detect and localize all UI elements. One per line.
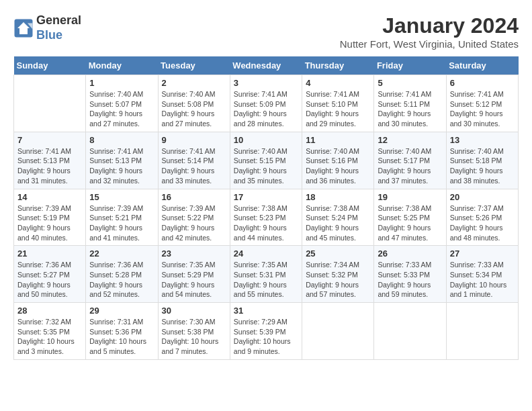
day-info: Sunrise: 7:39 AMSunset: 5:21 PMDaylight:… [89, 203, 154, 243]
day-number: 24 [234, 248, 298, 259]
calendar-cell: 22Sunrise: 7:36 AMSunset: 5:28 PMDayligh… [86, 246, 158, 303]
day-number: 7 [17, 135, 82, 145]
header-tuesday: Tuesday [158, 56, 230, 75]
day-number: 30 [162, 306, 226, 316]
day-number: 21 [17, 248, 82, 259]
day-number: 3 [234, 78, 298, 88]
day-info: Sunrise: 7:41 AMSunset: 5:13 PMDaylight:… [17, 146, 82, 186]
day-info: Sunrise: 7:39 AMSunset: 5:19 PMDaylight:… [17, 203, 82, 243]
calendar-cell: 10Sunrise: 7:40 AMSunset: 5:15 PMDayligh… [230, 132, 302, 189]
day-info: Sunrise: 7:40 AMSunset: 5:17 PMDaylight:… [378, 146, 442, 186]
day-info: Sunrise: 7:39 AMSunset: 5:22 PMDaylight:… [162, 203, 226, 243]
day-info: Sunrise: 7:30 AMSunset: 5:38 PMDaylight:… [162, 317, 226, 357]
calendar-cell: 28Sunrise: 7:32 AMSunset: 5:35 PMDayligh… [14, 303, 86, 360]
day-info: Sunrise: 7:29 AMSunset: 5:39 PMDaylight:… [234, 317, 298, 357]
calendar-cell: 24Sunrise: 7:35 AMSunset: 5:31 PMDayligh… [230, 246, 302, 303]
calendar-cell [374, 303, 446, 360]
day-info: Sunrise: 7:34 AMSunset: 5:32 PMDaylight:… [306, 260, 370, 300]
day-info: Sunrise: 7:40 AMSunset: 5:15 PMDaylight:… [234, 146, 298, 186]
day-number: 20 [450, 192, 515, 202]
day-number: 16 [162, 192, 226, 202]
calendar-cell: 25Sunrise: 7:34 AMSunset: 5:32 PMDayligh… [302, 246, 374, 303]
title-section: January 2024 Nutter Fort, West Virginia,… [340, 13, 519, 50]
day-number: 8 [89, 135, 154, 145]
calendar-cell: 31Sunrise: 7:29 AMSunset: 5:39 PMDayligh… [230, 303, 302, 360]
day-info: Sunrise: 7:38 AMSunset: 5:25 PMDaylight:… [378, 203, 442, 243]
day-number: 1 [89, 78, 154, 88]
day-info: Sunrise: 7:40 AMSunset: 5:08 PMDaylight:… [162, 89, 226, 129]
day-number: 2 [162, 78, 226, 88]
calendar-cell: 26Sunrise: 7:33 AMSunset: 5:33 PMDayligh… [374, 246, 446, 303]
day-number: 26 [378, 248, 442, 259]
day-info: Sunrise: 7:35 AMSunset: 5:31 PMDaylight:… [234, 260, 298, 300]
day-number: 19 [378, 192, 442, 202]
day-info: Sunrise: 7:40 AMSunset: 5:18 PMDaylight:… [450, 146, 515, 186]
day-info: Sunrise: 7:41 AMSunset: 5:09 PMDaylight:… [234, 89, 298, 129]
calendar-cell: 30Sunrise: 7:30 AMSunset: 5:38 PMDayligh… [158, 303, 230, 360]
day-info: Sunrise: 7:41 AMSunset: 5:10 PMDaylight:… [306, 89, 370, 129]
calendar-cell: 18Sunrise: 7:38 AMSunset: 5:24 PMDayligh… [302, 189, 374, 246]
calendar-cell: 27Sunrise: 7:33 AMSunset: 5:34 PMDayligh… [446, 246, 518, 303]
header: General Blue January 2024 Nutter Fort, W… [13, 13, 519, 50]
day-info: Sunrise: 7:41 AMSunset: 5:11 PMDaylight:… [378, 89, 442, 129]
day-info: Sunrise: 7:38 AMSunset: 5:24 PMDaylight:… [306, 203, 370, 243]
day-number: 22 [89, 248, 154, 259]
month-year-title: January 2024 [340, 13, 519, 38]
day-info: Sunrise: 7:32 AMSunset: 5:35 PMDaylight:… [17, 317, 82, 357]
calendar-cell: 16Sunrise: 7:39 AMSunset: 5:22 PMDayligh… [158, 189, 230, 246]
day-info: Sunrise: 7:36 AMSunset: 5:27 PMDaylight:… [17, 260, 82, 300]
day-info: Sunrise: 7:41 AMSunset: 5:14 PMDaylight:… [162, 146, 226, 186]
calendar-cell: 4Sunrise: 7:41 AMSunset: 5:10 PMDaylight… [302, 75, 374, 132]
calendar-cell: 15Sunrise: 7:39 AMSunset: 5:21 PMDayligh… [86, 189, 158, 246]
day-info: Sunrise: 7:36 AMSunset: 5:28 PMDaylight:… [89, 260, 154, 300]
day-number: 18 [306, 192, 370, 202]
day-info: Sunrise: 7:33 AMSunset: 5:33 PMDaylight:… [378, 260, 442, 300]
calendar-cell: 23Sunrise: 7:35 AMSunset: 5:29 PMDayligh… [158, 246, 230, 303]
day-number: 28 [17, 306, 82, 316]
calendar-cell: 21Sunrise: 7:36 AMSunset: 5:27 PMDayligh… [14, 246, 86, 303]
day-info: Sunrise: 7:38 AMSunset: 5:23 PMDaylight:… [234, 203, 298, 243]
day-number: 5 [378, 78, 442, 88]
day-number: 4 [306, 78, 370, 88]
logo-text: General Blue [36, 13, 81, 42]
day-number: 14 [17, 192, 82, 202]
calendar-cell: 2Sunrise: 7:40 AMSunset: 5:08 PMDaylight… [158, 75, 230, 132]
calendar-week-row: 14Sunrise: 7:39 AMSunset: 5:19 PMDayligh… [14, 189, 519, 246]
calendar-table: SundayMondayTuesdayWednesdayThursdayFrid… [13, 56, 519, 360]
location-subtitle: Nutter Fort, West Virginia, United State… [340, 38, 519, 50]
day-info: Sunrise: 7:41 AMSunset: 5:13 PMDaylight:… [89, 146, 154, 186]
day-info: Sunrise: 7:33 AMSunset: 5:34 PMDaylight:… [450, 260, 515, 300]
calendar-cell: 11Sunrise: 7:40 AMSunset: 5:16 PMDayligh… [302, 132, 374, 189]
calendar-cell: 13Sunrise: 7:40 AMSunset: 5:18 PMDayligh… [446, 132, 518, 189]
day-number: 9 [162, 135, 226, 145]
calendar-week-row: 28Sunrise: 7:32 AMSunset: 5:35 PMDayligh… [14, 303, 519, 360]
header-sunday: Sunday [14, 56, 86, 75]
day-number: 11 [306, 135, 370, 145]
day-number: 10 [234, 135, 298, 145]
calendar-cell [446, 303, 518, 360]
calendar-week-row: 1Sunrise: 7:40 AMSunset: 5:07 PMDaylight… [14, 75, 519, 132]
calendar-week-row: 7Sunrise: 7:41 AMSunset: 5:13 PMDaylight… [14, 132, 519, 189]
header-monday: Monday [86, 56, 158, 75]
calendar-week-row: 21Sunrise: 7:36 AMSunset: 5:27 PMDayligh… [14, 246, 519, 303]
calendar-cell: 14Sunrise: 7:39 AMSunset: 5:19 PMDayligh… [14, 189, 86, 246]
calendar-cell: 5Sunrise: 7:41 AMSunset: 5:11 PMDaylight… [374, 75, 446, 132]
header-friday: Friday [374, 56, 446, 75]
calendar-cell: 9Sunrise: 7:41 AMSunset: 5:14 PMDaylight… [158, 132, 230, 189]
calendar-header-row: SundayMondayTuesdayWednesdayThursdayFrid… [14, 56, 519, 75]
calendar-cell [302, 303, 374, 360]
calendar-cell: 1Sunrise: 7:40 AMSunset: 5:07 PMDaylight… [86, 75, 158, 132]
day-number: 12 [378, 135, 442, 145]
calendar-cell: 12Sunrise: 7:40 AMSunset: 5:17 PMDayligh… [374, 132, 446, 189]
day-number: 25 [306, 248, 370, 259]
calendar-cell: 19Sunrise: 7:38 AMSunset: 5:25 PMDayligh… [374, 189, 446, 246]
day-info: Sunrise: 7:37 AMSunset: 5:26 PMDaylight:… [450, 203, 515, 243]
calendar-cell: 20Sunrise: 7:37 AMSunset: 5:26 PMDayligh… [446, 189, 518, 246]
header-saturday: Saturday [446, 56, 518, 75]
day-info: Sunrise: 7:40 AMSunset: 5:16 PMDaylight:… [306, 146, 370, 186]
day-info: Sunrise: 7:40 AMSunset: 5:07 PMDaylight:… [89, 89, 154, 129]
day-number: 27 [450, 248, 515, 259]
day-info: Sunrise: 7:31 AMSunset: 5:36 PMDaylight:… [89, 317, 154, 357]
day-info: Sunrise: 7:35 AMSunset: 5:29 PMDaylight:… [162, 260, 226, 300]
logo: General Blue [13, 13, 81, 42]
